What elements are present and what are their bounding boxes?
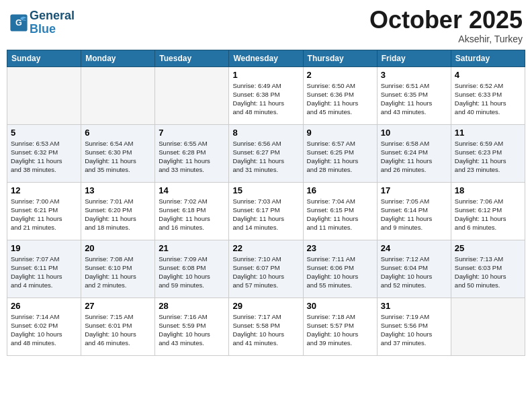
day-info: Sunrise: 7:05 AM Sunset: 6:14 PM Dayligh… <box>381 197 447 232</box>
calendar-cell: 9Sunrise: 6:57 AM Sunset: 6:25 PM Daylig… <box>303 124 377 182</box>
calendar-week-row: 26Sunrise: 7:14 AM Sunset: 6:02 PM Dayli… <box>7 298 525 355</box>
logo: G General Blue <box>9 9 75 36</box>
calendar-cell: 6Sunrise: 6:54 AM Sunset: 6:30 PM Daylig… <box>81 124 155 182</box>
day-number: 5 <box>11 128 77 138</box>
title-block: October 2025 Aksehir, Turkey <box>369 7 523 44</box>
day-number: 18 <box>455 185 521 195</box>
calendar-cell: 2Sunrise: 6:50 AM Sunset: 6:36 PM Daylig… <box>303 66 377 124</box>
calendar-cell <box>155 66 229 124</box>
page-header: G General Blue October 2025 Aksehir, Tur… <box>7 7 525 44</box>
calendar-cell: 31Sunrise: 7:19 AM Sunset: 5:56 PM Dayli… <box>377 298 451 355</box>
day-info: Sunrise: 6:53 AM Sunset: 6:32 PM Dayligh… <box>11 139 77 175</box>
calendar-cell: 11Sunrise: 6:59 AM Sunset: 6:23 PM Dayli… <box>451 124 525 182</box>
calendar-cell: 14Sunrise: 7:02 AM Sunset: 6:18 PM Dayli… <box>155 182 229 240</box>
day-info: Sunrise: 7:00 AM Sunset: 6:21 PM Dayligh… <box>11 197 77 232</box>
day-info: Sunrise: 7:07 AM Sunset: 6:11 PM Dayligh… <box>11 255 77 290</box>
calendar-cell: 13Sunrise: 7:01 AM Sunset: 6:20 PM Dayli… <box>81 182 155 240</box>
day-info: Sunrise: 6:56 AM Sunset: 6:27 PM Dayligh… <box>232 139 299 175</box>
calendar-cell <box>81 66 155 124</box>
day-number: 21 <box>159 243 225 253</box>
day-info: Sunrise: 6:58 AM Sunset: 6:24 PM Dayligh… <box>381 139 447 175</box>
calendar-cell <box>451 298 525 355</box>
day-number: 9 <box>307 128 373 138</box>
weekday-header: Monday <box>81 50 155 66</box>
calendar-cell: 29Sunrise: 7:17 AM Sunset: 5:58 PM Dayli… <box>229 298 303 355</box>
day-number: 1 <box>232 70 299 80</box>
day-number: 26 <box>11 301 77 311</box>
day-number: 16 <box>307 185 373 195</box>
day-info: Sunrise: 7:10 AM Sunset: 6:07 PM Dayligh… <box>232 255 299 290</box>
day-info: Sunrise: 7:15 AM Sunset: 6:01 PM Dayligh… <box>85 312 151 348</box>
calendar-cell: 4Sunrise: 6:52 AM Sunset: 6:33 PM Daylig… <box>451 66 525 124</box>
calendar-cell: 8Sunrise: 6:56 AM Sunset: 6:27 PM Daylig… <box>229 124 303 182</box>
calendar-cell: 12Sunrise: 7:00 AM Sunset: 6:21 PM Dayli… <box>7 182 81 240</box>
day-number: 22 <box>232 243 299 253</box>
weekday-header: Saturday <box>451 50 525 66</box>
month-title: October 2025 <box>369 7 523 34</box>
weekday-header: Thursday <box>303 50 377 66</box>
day-number: 28 <box>159 301 225 311</box>
weekday-header: Friday <box>377 50 451 66</box>
day-number: 10 <box>381 128 447 138</box>
day-info: Sunrise: 7:19 AM Sunset: 5:56 PM Dayligh… <box>381 312 447 348</box>
calendar-week-row: 5Sunrise: 6:53 AM Sunset: 6:32 PM Daylig… <box>7 124 525 182</box>
calendar-cell: 7Sunrise: 6:55 AM Sunset: 6:28 PM Daylig… <box>155 124 229 182</box>
day-info: Sunrise: 6:55 AM Sunset: 6:28 PM Dayligh… <box>159 139 225 175</box>
calendar-cell: 23Sunrise: 7:11 AM Sunset: 6:06 PM Dayli… <box>303 240 377 298</box>
day-number: 12 <box>11 185 77 195</box>
day-number: 30 <box>307 301 373 311</box>
calendar-cell: 3Sunrise: 6:51 AM Sunset: 6:35 PM Daylig… <box>377 66 451 124</box>
calendar-cell: 18Sunrise: 7:06 AM Sunset: 6:12 PM Dayli… <box>451 182 525 240</box>
day-number: 27 <box>85 301 151 311</box>
calendar-week-row: 12Sunrise: 7:00 AM Sunset: 6:21 PM Dayli… <box>7 182 525 240</box>
logo-text-line1: General <box>30 9 75 23</box>
svg-text:G: G <box>15 18 22 28</box>
day-info: Sunrise: 6:54 AM Sunset: 6:30 PM Dayligh… <box>85 139 151 175</box>
day-number: 2 <box>307 70 373 80</box>
day-number: 25 <box>455 243 521 253</box>
weekday-header: Wednesday <box>229 50 303 66</box>
day-number: 14 <box>159 185 225 195</box>
day-info: Sunrise: 7:02 AM Sunset: 6:18 PM Dayligh… <box>159 197 225 232</box>
day-info: Sunrise: 7:17 AM Sunset: 5:58 PM Dayligh… <box>232 312 299 348</box>
weekday-header: Tuesday <box>155 50 229 66</box>
day-info: Sunrise: 7:08 AM Sunset: 6:10 PM Dayligh… <box>85 255 151 290</box>
weekday-header-row: SundayMondayTuesdayWednesdayThursdayFrid… <box>7 50 525 66</box>
day-info: Sunrise: 7:18 AM Sunset: 5:57 PM Dayligh… <box>307 312 373 348</box>
day-number: 23 <box>307 243 373 253</box>
day-info: Sunrise: 7:04 AM Sunset: 6:15 PM Dayligh… <box>307 197 373 232</box>
calendar-cell: 15Sunrise: 7:03 AM Sunset: 6:17 PM Dayli… <box>229 182 303 240</box>
day-info: Sunrise: 7:01 AM Sunset: 6:20 PM Dayligh… <box>85 197 151 232</box>
day-info: Sunrise: 6:57 AM Sunset: 6:25 PM Dayligh… <box>307 139 373 175</box>
calendar-cell: 24Sunrise: 7:12 AM Sunset: 6:04 PM Dayli… <box>377 240 451 298</box>
day-info: Sunrise: 7:03 AM Sunset: 6:17 PM Dayligh… <box>232 197 299 232</box>
calendar-cell: 21Sunrise: 7:09 AM Sunset: 6:08 PM Dayli… <box>155 240 229 298</box>
day-number: 19 <box>11 243 77 253</box>
day-number: 4 <box>455 70 521 80</box>
calendar-cell: 17Sunrise: 7:05 AM Sunset: 6:14 PM Dayli… <box>377 182 451 240</box>
day-number: 17 <box>381 185 447 195</box>
day-info: Sunrise: 7:06 AM Sunset: 6:12 PM Dayligh… <box>455 197 521 232</box>
calendar-cell: 1Sunrise: 6:49 AM Sunset: 6:38 PM Daylig… <box>229 66 303 124</box>
logo-text-line2: Blue <box>30 23 75 36</box>
day-info: Sunrise: 6:49 AM Sunset: 6:38 PM Dayligh… <box>232 81 299 117</box>
day-number: 29 <box>232 301 299 311</box>
day-number: 15 <box>232 185 299 195</box>
calendar-cell: 30Sunrise: 7:18 AM Sunset: 5:57 PM Dayli… <box>303 298 377 355</box>
calendar-cell: 28Sunrise: 7:16 AM Sunset: 5:59 PM Dayli… <box>155 298 229 355</box>
weekday-header: Sunday <box>7 50 81 66</box>
day-number: 7 <box>159 128 225 138</box>
day-number: 20 <box>85 243 151 253</box>
calendar-cell: 27Sunrise: 7:15 AM Sunset: 6:01 PM Dayli… <box>81 298 155 355</box>
day-number: 6 <box>85 128 151 138</box>
day-info: Sunrise: 6:50 AM Sunset: 6:36 PM Dayligh… <box>307 81 373 117</box>
calendar-cell: 10Sunrise: 6:58 AM Sunset: 6:24 PM Dayli… <box>377 124 451 182</box>
calendar-cell: 22Sunrise: 7:10 AM Sunset: 6:07 PM Dayli… <box>229 240 303 298</box>
logo-icon: G <box>9 13 28 32</box>
day-number: 3 <box>381 70 447 80</box>
calendar-cell <box>7 66 81 124</box>
calendar-cell: 25Sunrise: 7:13 AM Sunset: 6:03 PM Dayli… <box>451 240 525 298</box>
calendar-cell: 26Sunrise: 7:14 AM Sunset: 6:02 PM Dayli… <box>7 298 81 355</box>
day-info: Sunrise: 6:59 AM Sunset: 6:23 PM Dayligh… <box>455 139 521 175</box>
calendar-table: SundayMondayTuesdayWednesdayThursdayFrid… <box>7 50 525 356</box>
